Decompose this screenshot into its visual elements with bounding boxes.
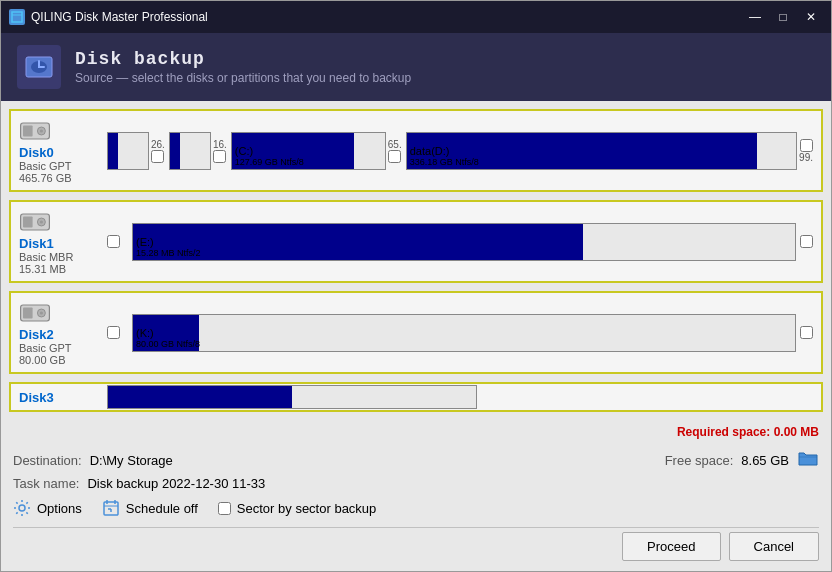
disk0-p1-group: 26. <box>107 132 165 170</box>
dest-right: Free space: 8.65 GB <box>665 449 819 472</box>
page-title: Disk backup <box>75 49 411 69</box>
disk2-p1-label: (K:) <box>136 327 154 339</box>
disk3-partitions <box>107 385 813 409</box>
disk2-size: 80.00 GB <box>19 354 65 366</box>
disk0-label: Disk0 <box>19 145 54 160</box>
disk-list[interactable]: Disk0 Basic GPT 465.76 GB 26. <box>1 101 831 421</box>
disk0-p1-num: 26. <box>151 139 165 150</box>
app-title: QILING Disk Master Professional <box>31 10 208 24</box>
task-row: Task name: Disk backup 2022-12-30 11-33 <box>13 476 819 491</box>
title-bar: QILING Disk Master Professional — □ ✕ <box>1 1 831 33</box>
disk2-info: Disk2 Basic GPT 80.00 GB <box>19 299 99 366</box>
required-space-bar: Required space: 0.00 MB <box>1 421 831 443</box>
sector-item[interactable]: Sector by sector backup <box>218 501 376 516</box>
options-item[interactable]: Options <box>13 499 82 517</box>
title-bar-controls: — □ ✕ <box>743 7 823 27</box>
footer-area: Destination: D:\My Storage Free space: 8… <box>1 443 831 571</box>
disk0-size: 465.76 GB <box>19 172 72 184</box>
options-row: Options Schedule off Sector by <box>13 499 819 517</box>
options-label: Options <box>37 501 82 516</box>
disk-row-disk3: Disk3 <box>9 382 823 412</box>
svg-rect-13 <box>23 307 33 318</box>
disk0-icon <box>19 117 51 145</box>
disk2-partitions: (K:) 80.00 GB Ntfs/8 <box>132 314 813 352</box>
disk-row-disk0: Disk0 Basic GPT 465.76 GB 26. <box>9 109 823 192</box>
disk1-p1-checkbox[interactable] <box>800 235 813 248</box>
required-space-text: Required space: 0.00 MB <box>677 425 819 439</box>
disk1-p1-label: (E:) <box>136 236 154 248</box>
main-content: Disk0 Basic GPT 465.76 GB 26. <box>1 101 831 571</box>
disk0-type: Basic GPT <box>19 160 72 172</box>
schedule-icon <box>102 499 120 517</box>
app-icon <box>9 9 25 25</box>
free-space-label: Free space: <box>665 453 734 468</box>
disk0-p1-visual <box>107 132 149 170</box>
disk1-partitions: (E:) 15.28 MB Ntfs/2 <box>132 223 813 261</box>
dest-left: Destination: D:\My Storage <box>13 453 173 468</box>
free-space-value: 8.65 GB <box>741 453 789 468</box>
disk2-type: Basic GPT <box>19 342 72 354</box>
disk-list-container: Disk0 Basic GPT 465.76 GB 26. <box>1 101 831 421</box>
disk0-p4-check-group: 99. <box>799 139 813 163</box>
options-gear-icon <box>13 499 31 517</box>
disk2-p1-visual: (K:) 80.00 GB Ntfs/8 <box>132 314 796 352</box>
maximize-button[interactable]: □ <box>771 7 795 27</box>
disk2-p1-size: 80.00 GB Ntfs/8 <box>136 339 200 349</box>
disk1-size: 15.31 MB <box>19 263 66 275</box>
sector-label: Sector by sector backup <box>237 501 376 516</box>
disk3-p1-visual <box>107 385 477 409</box>
disk0-partitions: 26. 16. <box>107 132 813 170</box>
disk2-icon <box>19 299 51 327</box>
proceed-button[interactable]: Proceed <box>622 532 720 561</box>
disk0-p4-checkbox[interactable] <box>800 139 813 152</box>
disk0-p3-visual: (C:) 127.69 GB Ntfs/8 <box>231 132 386 170</box>
disk0-p3-checkbox[interactable] <box>388 150 401 163</box>
sector-checkbox[interactable] <box>218 502 231 515</box>
disk2-p1-checkbox[interactable] <box>800 326 813 339</box>
disk0-p3-check-group: 65. <box>388 139 402 163</box>
disk0-p2-group: 16. <box>169 132 227 170</box>
task-name-value: Disk backup 2022-12-30 11-33 <box>87 476 265 491</box>
disk0-p2-check-group: 16. <box>213 139 227 163</box>
disk0-p2-checkbox[interactable] <box>213 150 226 163</box>
svg-rect-0 <box>12 12 22 22</box>
backup-icon <box>24 53 54 81</box>
disk0-p4-num: 99. <box>799 152 813 163</box>
disk0-p3-group: (C:) 127.69 GB Ntfs/8 65. <box>231 132 402 170</box>
disk3-label: Disk3 <box>19 390 54 405</box>
disk1-p1-size: 15.28 MB Ntfs/2 <box>136 248 201 258</box>
disk1-icon <box>19 208 51 236</box>
disk1-label: Disk1 <box>19 236 54 251</box>
disk0-p1-check-group: 26. <box>151 139 165 163</box>
task-name-label: Task name: <box>13 476 79 491</box>
close-button[interactable]: ✕ <box>799 7 823 27</box>
disk0-p4-size: 336.18 GB Ntfs/8 <box>410 157 479 167</box>
disk2-label: Disk2 <box>19 327 54 342</box>
header-icon-box <box>17 45 61 89</box>
disk2-checkbox[interactable] <box>107 326 120 339</box>
disk0-p4-visual: data(D:) 336.18 GB Ntfs/8 <box>406 132 797 170</box>
disk-row-disk1: Disk1 Basic MBR 15.31 MB (E:) 15.28 MB N… <box>9 200 823 283</box>
disk1-p1-visual: (E:) 15.28 MB Ntfs/2 <box>132 223 796 261</box>
disk-row-disk2: Disk2 Basic GPT 80.00 GB (K:) 80.00 GB N… <box>9 291 823 374</box>
minimize-button[interactable]: — <box>743 7 767 27</box>
main-window: QILING Disk Master Professional — □ ✕ Di… <box>0 0 832 572</box>
disk0-p1-bar <box>108 133 118 169</box>
disk3-p1-bar <box>108 386 292 408</box>
destination-label: Destination: <box>13 453 82 468</box>
disk0-p3-label: (C:) <box>235 145 253 157</box>
destination-value: D:\My Storage <box>90 453 173 468</box>
svg-rect-5 <box>23 125 33 136</box>
page-subtitle: Source — select the disks or partitions … <box>75 71 411 85</box>
disk0-p4-label: data(D:) <box>410 145 450 157</box>
schedule-label: Schedule off <box>126 501 198 516</box>
disk1-checkbox[interactable] <box>107 235 120 248</box>
svg-point-11 <box>40 220 43 223</box>
disk0-p1-checkbox[interactable] <box>151 150 164 163</box>
schedule-item[interactable]: Schedule off <box>102 499 198 517</box>
browse-icon[interactable] <box>797 449 819 472</box>
disk0-p3-num: 65. <box>388 139 402 150</box>
cancel-button[interactable]: Cancel <box>729 532 819 561</box>
disk0-p2-visual <box>169 132 211 170</box>
header-text: Disk backup Source — select the disks or… <box>75 49 411 85</box>
